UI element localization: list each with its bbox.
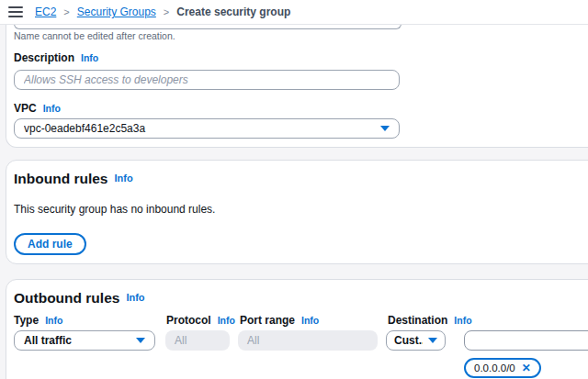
vpc-selected-value: vpc-0eadebf461e2c5a3a: [24, 122, 375, 135]
name-helper-text: Name cannot be edited after creation.: [14, 30, 175, 41]
outbound-rules-card: Outbound rulesInfo TypeInfo ProtocolInfo…: [6, 279, 588, 379]
port-range-input: All: [238, 330, 378, 351]
menu-icon[interactable]: [8, 6, 23, 17]
destination-type-select[interactable]: Cust...: [386, 330, 446, 351]
column-header-port-range: Port rangeInfo: [240, 314, 319, 327]
breadcrumb-link-ec2[interactable]: EC2: [35, 6, 56, 18]
breadcrumb-bar: EC2 > Security Groups > Create security …: [0, 0, 588, 25]
protocol-input: All: [165, 330, 230, 351]
outbound-rules-info-link[interactable]: Info: [126, 292, 144, 303]
breadcrumb-link-security-groups[interactable]: Security Groups: [77, 6, 156, 18]
inbound-rules-card: Inbound rulesInfo This security group ha…: [6, 160, 588, 264]
type-info-link[interactable]: Info: [45, 315, 62, 326]
breadcrumb-current: Create security group: [176, 6, 290, 18]
vpc-field-label: VPCInfo: [14, 102, 61, 115]
destination-info-link[interactable]: Info: [454, 315, 471, 326]
column-header-protocol: ProtocolInfo: [166, 314, 235, 327]
add-rule-button[interactable]: Add rule: [14, 233, 86, 255]
chevron-down-icon: [380, 126, 390, 131]
type-select[interactable]: All traffic: [14, 330, 155, 351]
description-input[interactable]: [14, 70, 400, 90]
chevron-down-icon: [136, 338, 145, 343]
inbound-rules-info-link[interactable]: Info: [114, 173, 132, 184]
description-label: Description: [14, 51, 74, 64]
inbound-rules-title: Inbound rulesInfo: [14, 171, 133, 187]
column-header-destination: DestinationInfo: [388, 314, 472, 327]
description-field-label: DescriptionInfo: [14, 51, 98, 64]
description-info-link[interactable]: Info: [81, 52, 98, 63]
create-security-group-page: EC2 > Security Groups > Create security …: [0, 0, 588, 379]
remove-destination-icon[interactable]: ✕: [522, 362, 531, 373]
destination-column-label: Destination: [388, 314, 447, 327]
destination-search-box[interactable]: [464, 330, 588, 351]
destination-type-selected-value: Cust...: [394, 334, 423, 347]
basic-details-card: Name cannot be edited after creation. De…: [6, 24, 588, 148]
outbound-rules-heading: Outbound rules: [14, 290, 119, 306]
vpc-info-link[interactable]: Info: [43, 103, 61, 114]
protocol-column-label: Protocol: [166, 314, 211, 327]
destination-chip[interactable]: 0.0.0.0/0 ✕: [464, 358, 541, 378]
column-header-type: TypeInfo: [14, 314, 62, 327]
destination-search-input[interactable]: [478, 333, 588, 348]
port-range-info-link[interactable]: Info: [301, 315, 319, 326]
chevron-down-icon: [428, 338, 437, 343]
inbound-rules-heading: Inbound rules: [14, 171, 107, 186]
outbound-rules-title: Outbound rulesInfo: [14, 290, 145, 307]
type-column-label: Type: [14, 314, 39, 327]
vpc-label: VPC: [14, 102, 37, 115]
chevron-right-icon: >: [164, 6, 169, 17]
inbound-empty-message: This security group has no inbound rules…: [14, 203, 215, 216]
breadcrumb: EC2 > Security Groups > Create security …: [35, 6, 290, 18]
destination-chip-value: 0.0.0.0/0: [474, 362, 515, 373]
port-range-column-label: Port range: [240, 314, 295, 327]
type-selected-value: All traffic: [24, 334, 130, 347]
chevron-right-icon: >: [63, 6, 69, 17]
protocol-info-link[interactable]: Info: [218, 315, 235, 326]
vpc-select[interactable]: vpc-0eadebf461e2c5a3a: [14, 118, 400, 139]
